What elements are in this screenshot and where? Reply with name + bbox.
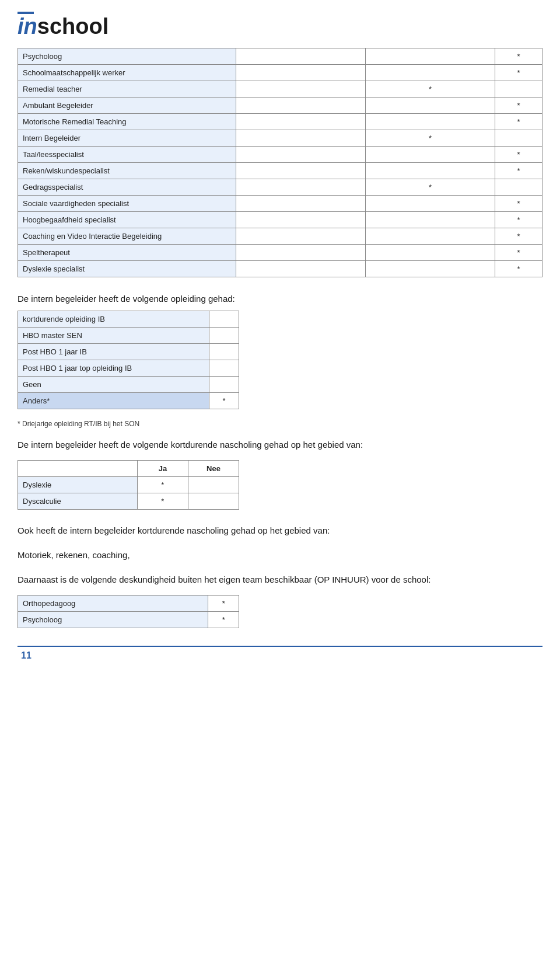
logo-area: inschool	[18, 12, 542, 37]
specialist-label: Psycholoog	[18, 48, 236, 65]
specialist-col3	[365, 147, 495, 163]
inhuur-label: Orthopedagoog	[18, 595, 208, 611]
ib-check	[209, 328, 239, 344]
specialist-label: Taal/leesspecialist	[18, 147, 236, 163]
specialist-col3	[365, 48, 495, 65]
ib-check	[209, 311, 239, 328]
nascholing-header-label	[18, 460, 138, 476]
specialist-col3: *	[365, 81, 495, 98]
specialist-col4: *	[495, 245, 542, 261]
specialist-table: Psycholoog*Schoolmaatschappelijk werker*…	[18, 48, 542, 277]
nascholing-nee	[188, 493, 239, 509]
body-text1: Ook heeft de intern begeleider kortduren…	[18, 524, 542, 538]
specialist-label: Dyslexie specialist	[18, 261, 236, 277]
specialist-label: Intern Begeleider	[18, 130, 236, 147]
specialist-label: Sociale vaardigheden specialist	[18, 196, 236, 212]
nascholing-header-ja: Ja	[137, 460, 188, 476]
page-number: 11	[21, 650, 32, 661]
nascholing-nee	[188, 476, 239, 493]
specialist-col3	[365, 65, 495, 81]
specialist-col4: *	[495, 98, 542, 114]
specialist-label: Hoogbegaafdheid specialist	[18, 212, 236, 228]
ib-label: kortdurende opleiding IB	[18, 311, 209, 328]
page-footer: 11	[18, 646, 542, 661]
specialist-col2	[236, 65, 365, 81]
specialist-col2	[236, 179, 365, 196]
ib-check	[209, 377, 239, 393]
logo: inschool	[18, 15, 108, 37]
specialist-col2	[236, 245, 365, 261]
logo-school: school	[37, 15, 108, 37]
specialist-col2	[236, 228, 365, 245]
nascholing-header-nee: Nee	[188, 460, 239, 476]
specialist-col2	[236, 48, 365, 65]
section2-heading: De intern begeleider heeft de volgende k…	[18, 438, 542, 452]
specialist-col3	[365, 163, 495, 179]
ib-label: Post HBO 1 jaar top opleiding IB	[18, 360, 209, 377]
asterisk-note: * Driejarige opleiding RT/IB bij het SON	[18, 420, 542, 428]
ib-label: Anders*	[18, 393, 209, 409]
specialist-col3: *	[365, 130, 495, 147]
specialist-col3	[365, 212, 495, 228]
specialist-label: Speltherapeut	[18, 245, 236, 261]
specialist-col4	[495, 81, 542, 98]
specialist-col4: *	[495, 196, 542, 212]
logo-in: in	[18, 15, 37, 37]
specialist-label: Reken/wiskundespecialist	[18, 163, 236, 179]
specialist-col4: *	[495, 228, 542, 245]
specialist-label: Gedragsspecialist	[18, 179, 236, 196]
specialist-col4	[495, 179, 542, 196]
specialist-col2	[236, 261, 365, 277]
specialist-col2	[236, 130, 365, 147]
nascholing-label: Dyslexie	[18, 476, 138, 493]
nascholing-ja: *	[137, 493, 188, 509]
specialist-col3	[365, 245, 495, 261]
body-text3: Daarnaast is de volgende deskundigheid b…	[18, 573, 542, 587]
nascholing-ja: *	[137, 476, 188, 493]
specialist-label: Coaching en Video Interactie Begeleiding	[18, 228, 236, 245]
specialist-col4: *	[495, 212, 542, 228]
inhuur-val: *	[208, 595, 239, 611]
specialist-col3: *	[365, 179, 495, 196]
specialist-col4	[495, 130, 542, 147]
ib-opleiding-table: kortdurende opleiding IBHBO master SENPo…	[18, 311, 239, 409]
specialist-label: Ambulant Begeleider	[18, 98, 236, 114]
specialist-col4: *	[495, 261, 542, 277]
inhuur-label: Psycholoog	[18, 611, 208, 628]
specialist-col3	[365, 261, 495, 277]
specialist-col3	[365, 114, 495, 130]
specialist-col4: *	[495, 48, 542, 65]
ib-label: Geen	[18, 377, 209, 393]
inhuur-val: *	[208, 611, 239, 628]
ib-check	[209, 360, 239, 377]
specialist-col2	[236, 212, 365, 228]
specialist-col2	[236, 114, 365, 130]
specialist-col4: *	[495, 147, 542, 163]
specialist-col4: *	[495, 163, 542, 179]
inhuur-table: Orthopedagoog*Psycholoog*	[18, 595, 239, 628]
nascholing-label: Dyscalculie	[18, 493, 138, 509]
specialist-label: Schoolmaatschappelijk werker	[18, 65, 236, 81]
specialist-col3	[365, 98, 495, 114]
specialist-col2	[236, 147, 365, 163]
specialist-label: Motorische Remedial Teaching	[18, 114, 236, 130]
specialist-col2	[236, 163, 365, 179]
ib-label: Post HBO 1 jaar IB	[18, 344, 209, 360]
specialist-label: Remedial teacher	[18, 81, 236, 98]
body-text2: Motoriek, rekenen, coaching,	[18, 548, 542, 562]
specialist-col2	[236, 81, 365, 98]
ib-check	[209, 344, 239, 360]
nascholing-table: JaNeeDyslexie*Dyscalculie*	[18, 460, 239, 510]
specialist-col3	[365, 196, 495, 212]
ib-check: *	[209, 393, 239, 409]
specialist-col3	[365, 228, 495, 245]
specialist-col4: *	[495, 114, 542, 130]
specialist-col2	[236, 98, 365, 114]
specialist-col2	[236, 196, 365, 212]
ib-label: HBO master SEN	[18, 328, 209, 344]
specialist-col4: *	[495, 65, 542, 81]
section1-heading: De intern begeleider heeft de volgende o…	[18, 294, 542, 304]
